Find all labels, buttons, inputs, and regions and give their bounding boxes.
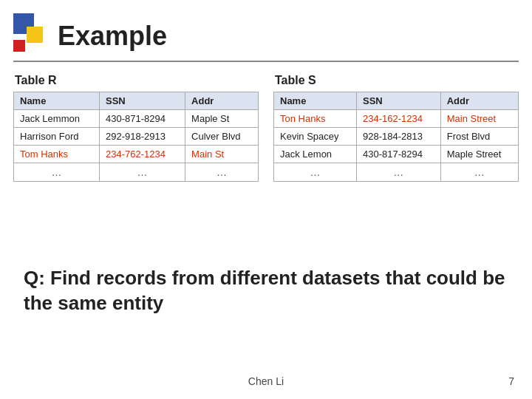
- table-s-col-ssn: SSN: [357, 92, 441, 110]
- logo-square-yellow: [27, 27, 43, 43]
- table-cell: Kevin Spacey: [274, 128, 357, 146]
- table-row: Kevin Spacey928-184-2813Frost Blvd: [274, 128, 519, 146]
- page-title: Example: [58, 21, 167, 52]
- table-row: Jack Lemmon430-871-8294Maple St: [14, 110, 259, 128]
- table-cell: Jack Lemmon: [14, 110, 100, 128]
- table-s-header-row: Name SSN Addr: [274, 92, 519, 110]
- table-cell: …: [185, 163, 259, 182]
- table-row: Tom Hanks234-762-1234Main St: [14, 146, 259, 163]
- table-r-col-name: Name: [14, 92, 100, 110]
- table-r: Name SSN Addr Jack Lemmon430-871-8294Map…: [13, 92, 259, 182]
- table-cell: Jack Lemon: [274, 146, 357, 163]
- table-cell: Tom Hanks: [14, 146, 100, 163]
- table-cell: Culver Blvd: [185, 128, 259, 146]
- table-row: ………: [14, 163, 259, 182]
- table-r-col-addr: Addr: [185, 92, 259, 110]
- footer-author: Chen Li: [248, 375, 284, 387]
- table-cell: …: [100, 163, 185, 182]
- table-cell: …: [14, 163, 100, 182]
- table-s-container: Table S Name SSN Addr Ton Hanks234-162-1…: [273, 74, 519, 182]
- table-row: Ton Hanks234-162-1234Main Street: [274, 110, 519, 128]
- table-s-col-name: Name: [274, 92, 357, 110]
- table-cell: Maple St: [185, 110, 259, 128]
- table-cell: …: [357, 163, 441, 182]
- table-cell: Main Street: [440, 110, 518, 128]
- table-cell: Main St: [185, 146, 259, 163]
- table-s-col-addr: Addr: [440, 92, 518, 110]
- table-row: Harrison Ford292-918-2913Culver Blvd: [14, 128, 259, 146]
- question-text: Q: Find records from different datasets …: [24, 266, 511, 316]
- footer-page: 7: [508, 375, 514, 387]
- table-r-col-ssn: SSN: [100, 92, 185, 110]
- table-row: ………: [274, 163, 519, 182]
- logo-decoration: [13, 13, 52, 52]
- table-cell: Ton Hanks: [274, 110, 357, 128]
- logo-square-red: [13, 40, 25, 52]
- table-s-label: Table S: [273, 74, 519, 87]
- tables-area: Table R Name SSN Addr Jack Lemmon430-871…: [13, 74, 519, 182]
- title-rule: [13, 61, 519, 62]
- table-cell: 928-184-2813: [357, 128, 441, 146]
- table-cell: 430-817-8294: [357, 146, 441, 163]
- table-cell: …: [274, 163, 357, 182]
- table-cell: 430-871-8294: [100, 110, 185, 128]
- table-cell: Frost Blvd: [440, 128, 518, 146]
- table-r-header-row: Name SSN Addr: [14, 92, 259, 110]
- table-cell: 292-918-2913: [100, 128, 185, 146]
- table-cell: 234-762-1234: [100, 146, 185, 163]
- table-r-container: Table R Name SSN Addr Jack Lemmon430-871…: [13, 74, 259, 182]
- table-r-label: Table R: [13, 74, 259, 87]
- table-s: Name SSN Addr Ton Hanks234-162-1234Main …: [273, 92, 519, 182]
- table-cell: Harrison Ford: [14, 128, 100, 146]
- table-cell: Maple Street: [440, 146, 518, 163]
- table-cell: 234-162-1234: [357, 110, 441, 128]
- table-cell: …: [440, 163, 518, 182]
- table-row: Jack Lemon430-817-8294Maple Street: [274, 146, 519, 163]
